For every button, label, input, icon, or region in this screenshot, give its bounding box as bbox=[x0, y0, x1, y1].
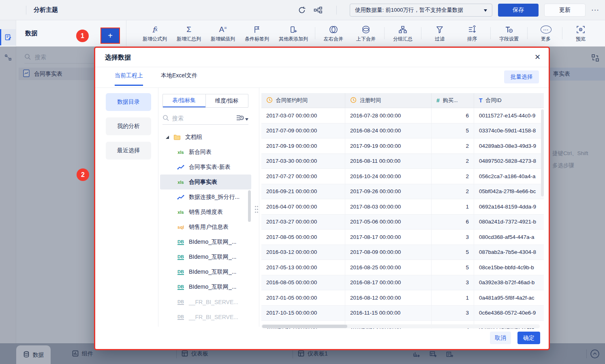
table-row[interactable]: 2017-07-09 00:00:002016-08-24 00:00:0050… bbox=[261, 123, 544, 139]
preview-button[interactable]: 预览 bbox=[569, 24, 592, 43]
column-header-label: 合同签约时间 bbox=[276, 97, 308, 104]
db-icon: DB bbox=[176, 254, 185, 260]
conditional-tag-column-label: 条件标签列 bbox=[245, 36, 269, 43]
toolbar-divider bbox=[315, 27, 315, 39]
update-button[interactable]: 更新 bbox=[544, 4, 586, 17]
tree-item[interactable]: 文档组 bbox=[160, 130, 251, 145]
table-row[interactable]: 2017-09-19 00:00:002017-09-19 00:00:0020… bbox=[261, 138, 544, 154]
tree-item-label: 合同事实表 bbox=[189, 179, 217, 186]
tree-item[interactable]: 数据连接8_拆分行... bbox=[160, 189, 251, 204]
formula-icon: fx bbox=[152, 24, 157, 35]
mergeLR-icon bbox=[329, 24, 338, 35]
tree-item-label: 销售员维度表 bbox=[189, 209, 223, 216]
tree-item[interactable]: xls合同事实表 bbox=[160, 175, 251, 189]
tree-tab-0[interactable]: 表/指标集 bbox=[163, 94, 205, 107]
table-cell: 2017-09-19 00:00:00 bbox=[345, 138, 432, 153]
tree-item[interactable]: DBBIdemo_互联网_... bbox=[160, 234, 251, 249]
add-summary-column-label: 新增汇总列 bbox=[177, 36, 201, 43]
table-row[interactable]: 2017-08-05 00:00:002017-08-17 00:00:0030… bbox=[261, 230, 544, 245]
filter[interactable]: 过滤 bbox=[428, 24, 451, 43]
tree-item[interactable]: sql销售用户信息表 bbox=[160, 219, 251, 234]
confirm-button[interactable]: 确定 bbox=[517, 332, 540, 344]
tree-item[interactable]: DBBIdemo_互联网_... bbox=[160, 264, 251, 279]
exit-icon[interactable] bbox=[6, 4, 19, 16]
tree-item[interactable]: DB__FR_BI_SERVE... bbox=[160, 309, 251, 324]
column-header-3[interactable]: T合同ID bbox=[474, 93, 544, 108]
close-icon[interactable]: ✕ bbox=[534, 53, 541, 62]
table-cell: 2017-09-26 00:00:00 bbox=[345, 184, 432, 199]
tree-scrollbar[interactable] bbox=[248, 190, 251, 222]
tree-item[interactable]: DB__FR_BI_SERVE... bbox=[160, 294, 251, 309]
add-formula-column-label: 新增公式列 bbox=[143, 36, 167, 43]
data-panel-title: 数据 bbox=[25, 30, 37, 37]
table-row[interactable]: 2017-03-30 00:00:002016-08-11 00:00:0020… bbox=[261, 154, 544, 169]
modal-title: 选择数据 bbox=[105, 48, 131, 67]
table-cell: 2016-09-21 00:00:00 bbox=[261, 184, 345, 199]
table-row[interactable]: 2017-10-15 00:00:002016-11-15 00:00:0030… bbox=[261, 306, 544, 321]
table-vertical-scrollbar[interactable] bbox=[541, 109, 544, 196]
table-row[interactable]: 2016-08-05 00:00:002016-08-17 00:00:0030… bbox=[261, 275, 544, 291]
sort[interactable]: 排序 bbox=[461, 24, 483, 43]
cancel-button[interactable]: 取消 bbox=[490, 332, 511, 344]
panel-drag-handle[interactable] bbox=[254, 205, 259, 215]
table-cell: 2017-03-27 00:00:00 bbox=[261, 215, 345, 230]
modal-tab-0[interactable]: 当前工程上 bbox=[115, 72, 143, 86]
tree-item[interactable]: DBBIdemo_互联网_... bbox=[160, 249, 251, 264]
expand-arrow-icon[interactable] bbox=[166, 136, 169, 139]
tree-item[interactable]: xls新合同表 bbox=[160, 145, 251, 160]
more[interactable]: ⋯更多 bbox=[534, 24, 557, 43]
field-settings[interactable]: 字段设置 bbox=[498, 24, 520, 43]
toolbar-divider bbox=[562, 27, 562, 39]
add-formula-column[interactable]: fx新增公式列 bbox=[143, 24, 167, 43]
more-menu-icon[interactable]: ··· bbox=[591, 6, 599, 14]
xls-icon: xls bbox=[176, 150, 185, 155]
table-row[interactable]: 2016-09-21 00:00:002017-09-26 00:00:0020… bbox=[261, 184, 544, 200]
tree-search-input[interactable]: 搜索 bbox=[162, 113, 248, 125]
merge-top-bottom[interactable]: 上下合并 bbox=[355, 24, 377, 43]
table-cell: 2016-11-15 00:00:00 bbox=[345, 306, 432, 321]
nav-最近选择[interactable]: 最近选择 bbox=[106, 142, 151, 160]
table-cell: 056c2ca7-a186-40a4-a bbox=[474, 169, 544, 184]
table-cell: 0692a164-8159-4dda-9 bbox=[474, 199, 544, 214]
add-column-from-table[interactable]: 其他表添加列 bbox=[279, 24, 308, 43]
add-data-button[interactable]: + bbox=[100, 28, 120, 44]
history-filter-icon[interactable] bbox=[236, 114, 244, 123]
save-button[interactable]: 保存 bbox=[498, 4, 539, 17]
rail-edit-icon[interactable] bbox=[0, 29, 16, 45]
merge-left-right[interactable]: 左右合并 bbox=[322, 24, 345, 43]
tree-item[interactable]: xls销售员维度表 bbox=[160, 204, 251, 219]
column-header-1[interactable]: 注册时间 bbox=[345, 93, 432, 108]
db-icon: DB bbox=[176, 299, 185, 305]
table-row[interactable]: 2017-05-13 00:00:002016-08-25 00:00:0050… bbox=[261, 260, 544, 275]
conditional-tag-column[interactable]: 条件标签列 bbox=[245, 24, 269, 43]
tree-item-label: 数据连接8_拆分行... bbox=[189, 194, 239, 201]
table-row[interactable]: 2017-01-05 00:00:002016-08-12 00:00:0010… bbox=[261, 290, 544, 306]
tree-item[interactable]: DBBIdemo_互联网_... bbox=[160, 279, 251, 294]
flow-icon[interactable] bbox=[313, 5, 323, 15]
tree-item[interactable]: 合同事实表-新表 bbox=[160, 160, 251, 175]
data-scope-select[interactable]: 使用数据量: 前1000万行，暂不支持全量数据 bbox=[350, 4, 492, 17]
table-cell: 2016-08-25 00:00:00 bbox=[345, 260, 432, 275]
table-header-row: 合同签约时间注册时间#购买...T合同ID bbox=[261, 93, 544, 108]
table-row[interactable]: 2016-03-12 00:00:002017-08-09 00:00:0050… bbox=[261, 245, 544, 260]
group-summary[interactable]: 分组汇总 bbox=[391, 24, 414, 43]
refresh-icon[interactable] bbox=[297, 5, 307, 15]
merge-left-right-label: 左右合并 bbox=[324, 36, 343, 43]
add-assign-column[interactable]: A=新增赋值列 bbox=[211, 24, 235, 43]
scrollbar-thumb[interactable] bbox=[262, 325, 347, 328]
table-horizontal-scrollbar[interactable] bbox=[261, 324, 540, 328]
add-summary-column[interactable]: Σ新增汇总列 bbox=[177, 24, 201, 43]
column-header-0[interactable]: 合同签约时间 bbox=[261, 93, 345, 108]
tree-list: 文档组xls新合同表合同事实表-新表xls合同事实表数据连接8_拆分行...xl… bbox=[160, 130, 251, 324]
batch-select-button[interactable]: 批量选择 bbox=[504, 70, 539, 83]
table-row[interactable]: 2017-03-27 00:00:002017-05-06 00:00:0060… bbox=[261, 215, 544, 230]
column-header-2[interactable]: #购买... bbox=[432, 93, 474, 108]
tree-tab-1[interactable]: 维度/指标 bbox=[205, 94, 248, 107]
table-row[interactable]: 2017-03-07 00:00:002016-07-28 00:00:0060… bbox=[261, 108, 544, 123]
table-row[interactable]: 2017-07-27 00:00:002016-10-24 00:00:0020… bbox=[261, 169, 544, 184]
nav-我的分析[interactable]: 我的分析 bbox=[106, 117, 151, 135]
table-row[interactable]: 2016-04-07 00:00:002017-08-03 00:00:0010… bbox=[261, 199, 544, 215]
column-header-label: 购买... bbox=[443, 97, 458, 104]
nav-数据目录[interactable]: 数据目录 bbox=[106, 93, 151, 111]
modal-tab-1[interactable]: 本地Excel文件 bbox=[161, 72, 197, 86]
